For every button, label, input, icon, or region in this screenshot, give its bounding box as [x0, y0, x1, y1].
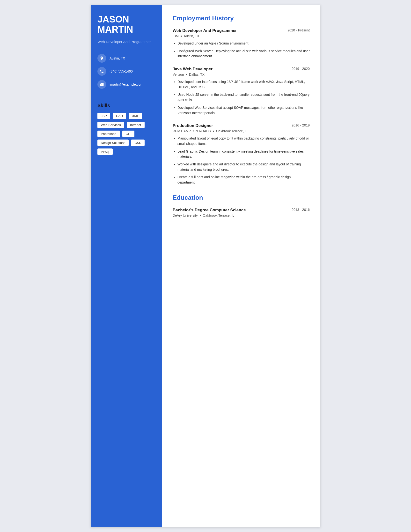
job-block: Production Designer2016 - 2019RPM HAMPTO…: [173, 123, 310, 185]
job-dates: 2019 - 2020: [291, 67, 310, 71]
employment-heading: Employment History: [173, 15, 310, 23]
skill-tag: Web Services: [97, 122, 124, 128]
job-bullets: Developed under an Agile / Scrum environ…: [173, 41, 310, 59]
job-block: Web Developer And Programmer2020 - Prese…: [173, 28, 310, 59]
education-heading: Education: [173, 194, 310, 203]
education-section: Education Bachelor's Degree Computer Sci…: [173, 194, 310, 217]
job-bullet: Developed under an Agile / Scrum environ…: [177, 41, 310, 46]
job-bullet: Used Node.JS server in the back-end to h…: [177, 92, 310, 103]
candidate-title: Web Developer And Programmer: [97, 39, 155, 44]
company-name: RPM HAMPTON ROADS: [173, 129, 211, 133]
resume-container: JASON MARTIN Web Developer And Programme…: [91, 5, 320, 527]
job-bullet: Configured Web Server, Deploying the act…: [177, 49, 310, 59]
school-location: Oakbrook Terrace, IL: [203, 214, 234, 217]
edu-block: Bachelor's Degree Computer Science2013 -…: [173, 208, 310, 217]
job-dates: 2016 - 2019: [291, 123, 310, 127]
edu-degree: Bachelor's Degree Computer Science: [173, 208, 246, 213]
phone-contact: (340) 555-1460: [97, 67, 155, 76]
skill-tag: GIT: [122, 131, 135, 137]
company-name: Verizon: [173, 73, 184, 76]
job-company: VerizonDallas, TX: [173, 73, 310, 76]
edu-school: DeVry UniversityOakbrook Terrace, IL: [173, 214, 310, 217]
skills-heading: Skills: [97, 103, 155, 108]
job-location: Dallas, TX: [189, 73, 205, 76]
job-bullet: Developed Web Services that accept SOAP …: [177, 105, 310, 116]
location-text: Austin, TX: [110, 56, 125, 60]
job-bullets: Developed user interfaces using JSP, JSF…: [173, 79, 310, 116]
job-header: Java Web Developer2019 - 2020: [173, 67, 310, 72]
job-bullets: Manipulated layout of legal copy to fit …: [173, 136, 310, 185]
job-title: Web Developer And Programmer: [173, 28, 237, 33]
job-header: Web Developer And Programmer2020 - Prese…: [173, 28, 310, 33]
main-content: Employment History Web Developer And Pro…: [162, 5, 320, 527]
job-bullet: Manipulated layout of legal copy to fit …: [177, 136, 310, 146]
job-bullet: Developed user interfaces using JSP, JSF…: [177, 79, 310, 90]
company-name: IBM: [173, 34, 179, 38]
job-location: Austin, TX: [184, 34, 199, 38]
job-title: Java Web Developer: [173, 67, 213, 72]
candidate-name: JASON MARTIN: [97, 15, 155, 35]
sidebar: JASON MARTIN Web Developer And Programme…: [91, 5, 162, 527]
job-header: Production Designer2016 - 2019: [173, 123, 310, 128]
skill-tag: Photoshop: [97, 131, 120, 137]
job-company: RPM HAMPTON ROADSOakbrook Terrace, IL: [173, 129, 310, 133]
school-name: DeVry University: [173, 214, 198, 217]
job-dates: 2020 - Present: [288, 28, 310, 32]
job-location: Oakbrook Terrace, IL: [216, 129, 247, 133]
location-icon: [97, 54, 106, 63]
job-title: Production Designer: [173, 123, 213, 128]
education-container: Bachelor's Degree Computer Science2013 -…: [173, 208, 310, 217]
edu-dates: 2013 - 2016: [291, 208, 310, 212]
job-bullet: Create a full print and online magazine …: [177, 175, 310, 185]
skill-tag: CSS: [131, 140, 145, 146]
skill-tag: Design Solutions: [97, 140, 129, 146]
job-company: IBMAustin, TX: [173, 34, 310, 38]
contact-section: Austin, TX (340) 555-1460 jmartin@exampl…: [97, 54, 155, 89]
email-text: jmartin@example.com: [110, 83, 143, 86]
jobs-container: Web Developer And Programmer2020 - Prese…: [173, 28, 310, 185]
skill-tag: Pl/Sql: [97, 149, 113, 155]
skills-tags: JSPCADXMLWeb ServicesIntranetPhotoshopGI…: [97, 113, 155, 155]
skill-tag: JSP: [97, 113, 110, 119]
email-icon: [97, 80, 106, 89]
skill-tag: CAD: [113, 113, 126, 119]
job-bullet: Worked with designers and art director t…: [177, 162, 310, 172]
edu-header: Bachelor's Degree Computer Science2013 -…: [173, 208, 310, 213]
job-bullet: Lead Graphic Design team in consistently…: [177, 149, 310, 159]
skill-tag: Intranet: [127, 122, 145, 128]
location-contact: Austin, TX: [97, 54, 155, 63]
phone-icon: [97, 67, 106, 76]
phone-text: (340) 555-1460: [110, 69, 133, 73]
job-block: Java Web Developer2019 - 2020VerizonDall…: [173, 67, 310, 116]
skill-tag: XML: [129, 113, 142, 119]
email-contact: jmartin@example.com: [97, 80, 155, 89]
skills-section: Skills JSPCADXMLWeb ServicesIntranetPhot…: [97, 103, 155, 155]
